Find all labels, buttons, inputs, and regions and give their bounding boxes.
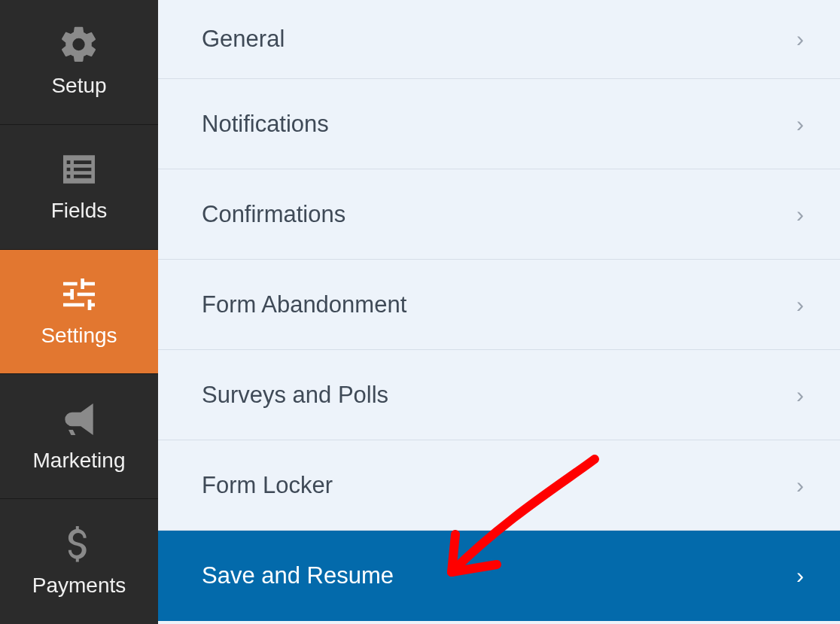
chevron-right-icon: › — [796, 292, 804, 318]
chevron-right-icon: › — [796, 111, 804, 137]
settings-item-save-resume[interactable]: Save and Resume › — [158, 531, 840, 621]
settings-item-confirmations[interactable]: Confirmations › — [158, 169, 840, 260]
sliders-icon — [56, 275, 102, 313]
chevron-right-icon: › — [796, 473, 804, 498]
chevron-right-icon: › — [796, 563, 804, 589]
list-icon — [56, 151, 102, 188]
sidebar-item-label: Setup — [51, 74, 106, 98]
chevron-right-icon: › — [796, 26, 804, 52]
sidebar-item-label: Marketing — [33, 449, 126, 473]
sidebar-item-label: Payments — [32, 574, 126, 598]
settings-item-label: Notifications — [202, 111, 329, 138]
settings-item-label: General — [202, 26, 285, 53]
dollar-icon — [56, 525, 102, 563]
settings-item-general[interactable]: General › — [158, 0, 840, 79]
gear-icon — [56, 26, 102, 63]
settings-item-label: Form Abandonment — [202, 291, 406, 318]
settings-item-form-locker[interactable]: Form Locker › — [158, 440, 840, 531]
sidebar-item-payments[interactable]: Payments — [0, 499, 158, 624]
settings-item-label: Save and Resume — [202, 562, 394, 589]
sidebar: Setup Fields Settings Marketing Payments — [0, 0, 158, 624]
megaphone-icon — [56, 400, 102, 438]
settings-item-label: Confirmations — [202, 201, 345, 228]
chevron-right-icon: › — [796, 202, 804, 227]
settings-item-label: Form Locker — [202, 472, 333, 499]
sidebar-item-settings[interactable]: Settings — [0, 250, 158, 375]
chevron-right-icon: › — [796, 382, 804, 408]
settings-panel: General › Notifications › Confirmations … — [158, 0, 840, 624]
sidebar-item-marketing[interactable]: Marketing — [0, 374, 158, 499]
settings-item-notifications[interactable]: Notifications › — [158, 79, 840, 169]
settings-item-form-abandonment[interactable]: Form Abandonment › — [158, 260, 840, 350]
sidebar-item-label: Fields — [51, 199, 108, 223]
sidebar-item-label: Settings — [41, 324, 117, 348]
sidebar-item-fields[interactable]: Fields — [0, 125, 158, 250]
sidebar-item-setup[interactable]: Setup — [0, 0, 158, 125]
settings-item-surveys-polls[interactable]: Surveys and Polls › — [158, 350, 840, 440]
settings-item-label: Surveys and Polls — [202, 382, 388, 409]
